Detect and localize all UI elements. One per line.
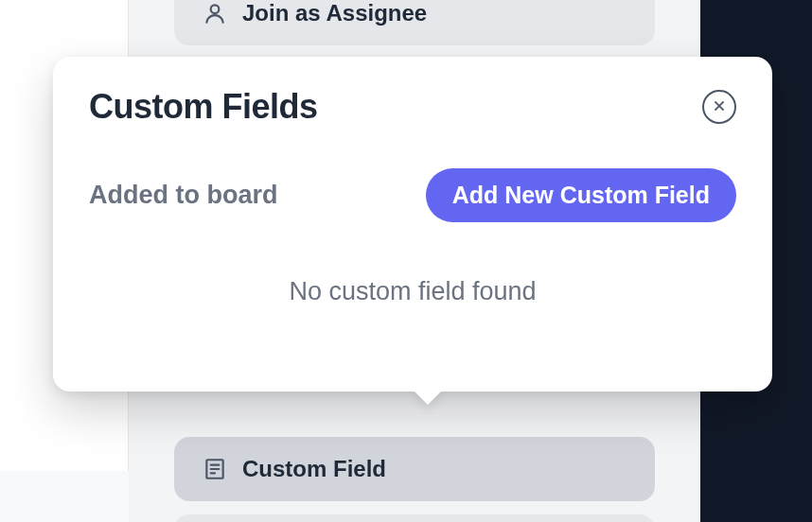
list-item-custom-field[interactable]: Custom Field — [174, 437, 655, 501]
add-new-custom-field-button[interactable]: Add New Custom Field — [426, 168, 736, 222]
list-item-label: Join as Assignee — [242, 0, 427, 26]
list-item-label: Custom Field — [242, 456, 386, 482]
user-icon — [203, 1, 227, 26]
added-to-board-label: Added to board — [89, 181, 277, 210]
list-item-partial[interactable] — [174, 514, 655, 522]
custom-fields-popover: Custom Fields Added to board Add New Cus… — [53, 57, 772, 392]
popover-header: Custom Fields — [89, 87, 736, 127]
close-icon — [713, 97, 726, 117]
svg-point-0 — [211, 5, 220, 13]
popover-toolbar: Added to board Add New Custom Field — [89, 168, 736, 222]
form-icon — [203, 457, 227, 481]
list-item-join-assignee[interactable]: Join as Assignee — [174, 0, 655, 45]
popover-title: Custom Fields — [89, 87, 318, 127]
empty-state-message: No custom field found — [89, 277, 736, 306]
close-button[interactable] — [702, 90, 736, 124]
